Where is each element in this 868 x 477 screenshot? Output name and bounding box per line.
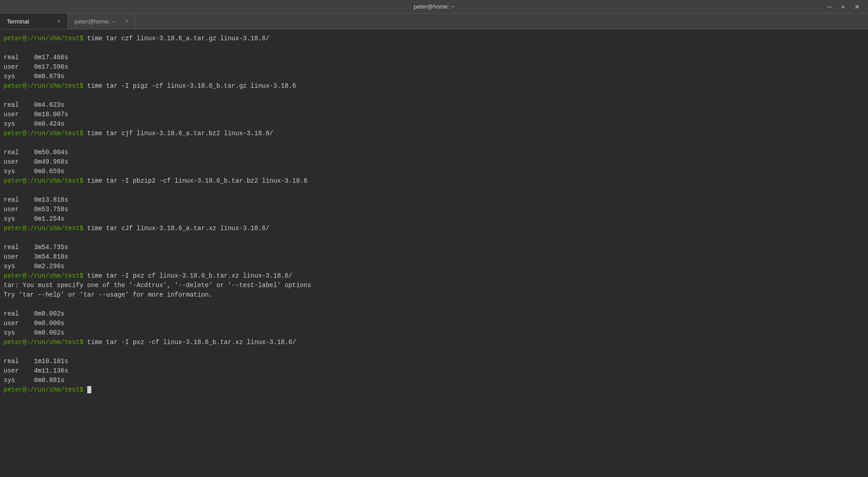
output-line: real 0m50.004s (4, 148, 864, 157)
terminal-content: peter@:/run/shm/test$ time tar czf linux… (0, 29, 868, 477)
output-line: Try 'tar --help' or 'tar --usage' for mo… (4, 290, 864, 300)
prompt-text: peter@:/run/shm/test$ (4, 82, 87, 90)
window-controls: ─ + ✕ (824, 0, 863, 14)
empty-line (4, 300, 864, 309)
command-text: time tar czf linux-3.18.6_a.tar.gz linux… (87, 35, 269, 42)
command-text: time tar cJf linux-3.18.6_a.tar.xz linux… (87, 225, 269, 232)
title-bar: peter@home: ~ ─ + ✕ (0, 0, 868, 14)
prompt-text: peter@:/run/shm/test$ (4, 272, 87, 279)
output-line: real 3m54.735s (4, 243, 864, 252)
output-line: sys 0m0.659s (4, 167, 864, 176)
empty-line (4, 43, 864, 53)
output-line: sys 0m0.879s (4, 72, 864, 81)
output-line: real 0m17.466s (4, 53, 864, 62)
output-line: sys 0m0.424s (4, 119, 864, 129)
command-text: time tar -I pxz cf linux-3.18.6_b.tar.xz… (87, 272, 292, 279)
output-line: user 4m11.136s (4, 366, 864, 376)
output-line: real 0m13.818s (4, 195, 864, 205)
output-line: sys 0m2.296s (4, 262, 864, 271)
empty-line (4, 347, 864, 357)
output-line: user 0m49.968s (4, 157, 864, 167)
output-line: user 0m53.758s (4, 205, 864, 214)
empty-line (4, 138, 864, 148)
prompt-text: peter@:/run/shm/test$ (4, 225, 87, 232)
prompt-cursor-line: peter@:/run/shm/test$ (4, 385, 864, 395)
output-line: user 3m54.818s (4, 252, 864, 262)
output-line: sys 0m0.002s (4, 328, 864, 338)
window-title: peter@home: ~ (414, 3, 454, 10)
minimize-button[interactable]: ─ (824, 0, 835, 14)
prompt-text: peter@:/run/shm/test$ (4, 130, 87, 137)
tab-peter-home-label: peter@home: ~ (75, 18, 115, 25)
terminal-line: peter@:/run/shm/test$ time tar -I pxz -c… (4, 338, 864, 347)
output-line: real 0m0.002s (4, 309, 864, 319)
tab-terminal-close[interactable]: × (57, 18, 61, 24)
output-line: sys 0m1.254s (4, 214, 864, 224)
empty-line (4, 91, 864, 100)
output-line: sys 0m0.881s (4, 376, 864, 385)
terminal-line: peter@:/run/shm/test$ time tar cJf linux… (4, 224, 864, 233)
terminal-line: peter@:/run/shm/test$ time tar cjf linux… (4, 129, 864, 138)
output-line: real 0m4.623s (4, 100, 864, 110)
command-text: time tar -I pbzip2 -cf linux-3.18.6_b.ta… (87, 177, 307, 184)
prompt-text: peter@:/run/shm/test$ (4, 386, 87, 393)
tab-peter-home-close[interactable]: × (125, 18, 128, 24)
maximize-button[interactable]: + (838, 0, 849, 14)
tab-terminal-label: Terminal (7, 18, 29, 25)
terminal-line: peter@:/run/shm/test$ time tar czf linux… (4, 34, 864, 43)
tab-terminal[interactable]: Terminal × (0, 14, 68, 29)
tab-spacer (136, 14, 868, 29)
output-line: user 0m18.007s (4, 110, 864, 119)
tab-peter-home[interactable]: peter@home: ~ × (68, 14, 136, 29)
output-line: real 1m10.181s (4, 357, 864, 366)
output-line: user 0m0.000s (4, 319, 864, 328)
output-line: tar: You must specify one of the '-Acdtr… (4, 281, 864, 290)
tab-bar: Terminal × peter@home: ~ × (0, 14, 868, 29)
cursor (87, 386, 91, 393)
prompt-text: peter@:/run/shm/test$ (4, 339, 87, 346)
close-window-button[interactable]: ✕ (851, 0, 863, 14)
command-text: time tar cjf linux-3.18.6_a.tar.bz2 linu… (87, 130, 274, 137)
empty-line (4, 186, 864, 195)
terminal-line: peter@:/run/shm/test$ time tar -I pxz cf… (4, 271, 864, 281)
window-frame: peter@home: ~ ─ + ✕ Terminal × peter@hom… (0, 0, 868, 477)
command-text: time tar -I pigz -cf linux-3.18.6_b.tar.… (87, 82, 296, 90)
output-line: user 0m17.596s (4, 62, 864, 72)
prompt-text: peter@:/run/shm/test$ (4, 177, 87, 184)
command-text: time tar -I pxz -cf linux-3.18.6_b.tar.x… (87, 339, 296, 346)
prompt-text: peter@:/run/shm/test$ (4, 35, 87, 42)
terminal-line: peter@:/run/shm/test$ time tar -I pigz -… (4, 81, 864, 91)
terminal-line: peter@:/run/shm/test$ time tar -I pbzip2… (4, 176, 864, 186)
empty-line (4, 233, 864, 243)
